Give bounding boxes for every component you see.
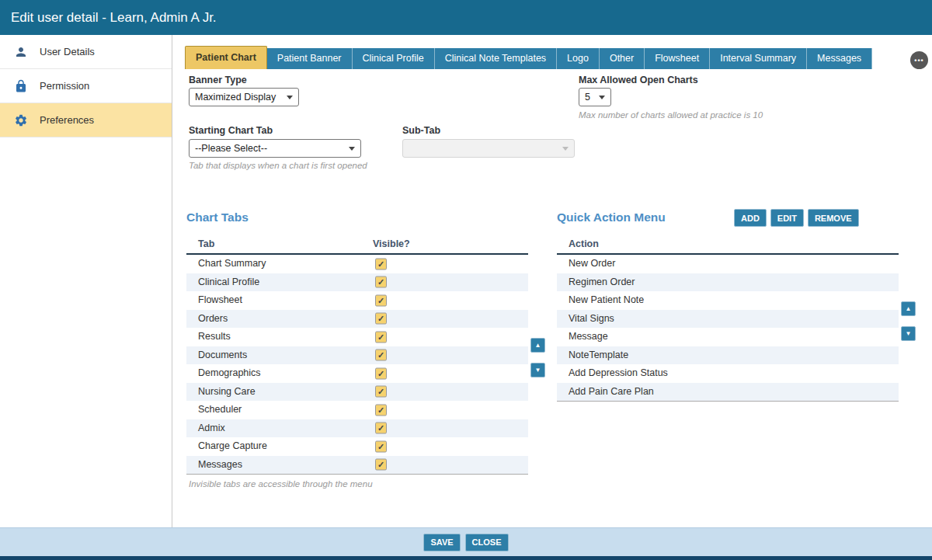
sub-tab-label: Sub-Tab [402, 125, 440, 136]
chart-tabs-rows: Chart Summary✓ Clinical Profile✓ Flowshe… [186, 255, 528, 475]
visible-checkbox[interactable]: ✓ [375, 277, 387, 288]
quick-action-rows: New Order Regimen Order New Patient Note… [557, 255, 899, 402]
add-button[interactable]: ADD [734, 209, 767, 227]
chevron-down-icon [599, 96, 605, 99]
quick-action-buttons: ADD EDIT REMOVE [734, 209, 859, 227]
table-row[interactable]: Results✓ [186, 328, 528, 346]
tab-patient-banner[interactable]: Patient Banner [267, 48, 353, 69]
table-row[interactable]: Add Depression Status [557, 364, 899, 383]
table-row[interactable]: Charge Capture✓ [186, 437, 528, 456]
table-row[interactable]: Clinical Profile✓ [186, 273, 528, 292]
table-row[interactable]: Message [557, 328, 899, 346]
visible-checkbox[interactable]: ✓ [375, 350, 387, 361]
chart-tab-name: Charge Capture [198, 437, 267, 456]
table-row[interactable]: Demographics✓ [186, 364, 528, 383]
arrow-up-icon: ▲ [535, 342, 541, 349]
starting-chart-tab-label: Starting Chart Tab [189, 125, 273, 136]
table-row[interactable]: Admix✓ [186, 419, 528, 438]
chart-tab-name: Messages [198, 456, 242, 475]
table-row[interactable]: Messages✓ [186, 456, 528, 475]
scroll-up-button[interactable]: ▲ [901, 301, 916, 316]
visible-checkbox[interactable]: ✓ [375, 440, 387, 452]
chevron-down-icon [562, 147, 569, 151]
tab-logo[interactable]: Logo [557, 48, 600, 69]
chart-tab-name: Nursing Care [198, 383, 256, 402]
close-button[interactable]: CLOSE [465, 534, 509, 551]
lock-icon [14, 79, 28, 93]
chart-tabs-table-header: Tab Visible? [186, 236, 528, 255]
tab-messages[interactable]: Messages [807, 48, 872, 69]
chart-tab-name: Results [198, 328, 231, 346]
tab-clinical-profile[interactable]: Clinical Profile [353, 48, 435, 69]
sidebar-item-label: User Details [40, 46, 95, 57]
visible-checkbox[interactable]: ✓ [375, 459, 387, 471]
max-open-charts-select[interactable]: 5 [579, 88, 611, 106]
action-name: Add Depression Status [569, 364, 668, 383]
sidebar-item-permission[interactable]: Permission [0, 69, 172, 103]
visible-checkbox[interactable]: ✓ [375, 367, 387, 379]
chart-tab-name: Documents [198, 346, 247, 365]
table-row[interactable]: NoteTemplate [557, 346, 899, 365]
table-row[interactable]: Documents✓ [186, 346, 528, 365]
action-name: Add Pain Care Plan [569, 383, 654, 402]
tab-flowsheet[interactable]: Flowsheet [645, 48, 710, 69]
remove-button[interactable]: REMOVE [808, 209, 859, 227]
visible-checkbox[interactable]: ✓ [375, 404, 387, 416]
check-icon: ✓ [377, 388, 384, 396]
visible-checkbox[interactable]: ✓ [375, 423, 387, 434]
scroll-up-button[interactable]: ▲ [530, 338, 545, 353]
sidebar-item-user-details[interactable]: User Details [0, 35, 172, 69]
table-row[interactable]: Regimen Order [557, 273, 899, 292]
tab-other[interactable]: Other [600, 48, 645, 69]
check-icon: ✓ [377, 259, 384, 268]
table-row[interactable]: Scheduler✓ [186, 401, 528, 419]
gear-icon [14, 113, 28, 127]
table-row[interactable]: Vital Signs [557, 310, 899, 329]
table-row[interactable]: Chart Summary✓ [186, 255, 528, 273]
sub-tab-select [402, 139, 575, 158]
column-header-visible: Visible? [373, 238, 410, 249]
banner-type-select[interactable]: Maximized Display [189, 88, 299, 106]
visible-checkbox[interactable]: ✓ [375, 386, 387, 398]
quick-action-title: Quick Action Menu [557, 210, 666, 224]
visible-checkbox[interactable]: ✓ [375, 258, 387, 270]
sidebar-item-preferences[interactable]: Preferences [0, 103, 172, 137]
table-row[interactable]: New Order [557, 255, 899, 273]
check-icon: ✓ [377, 405, 384, 414]
starting-chart-tab-select[interactable]: --Please Select-- [189, 139, 361, 158]
save-button[interactable]: SAVE [423, 534, 460, 551]
action-name: Vital Signs [569, 310, 614, 329]
table-row[interactable]: New Patient Note [557, 291, 899, 310]
arrow-down-icon: ▼ [906, 330, 912, 337]
visible-checkbox[interactable]: ✓ [375, 313, 387, 325]
user-icon [14, 45, 28, 59]
check-icon: ✓ [377, 296, 384, 304]
chart-tab-name: Clinical Profile [198, 273, 259, 292]
action-name: Message [569, 328, 608, 346]
bottom-border-strip [0, 556, 932, 560]
edit-button[interactable]: EDIT [770, 209, 804, 227]
table-row[interactable]: Orders✓ [186, 310, 528, 329]
action-name: New Order [569, 255, 615, 273]
arrow-up-icon: ▲ [906, 305, 912, 312]
table-row[interactable]: Add Pain Care Plan [557, 383, 899, 402]
check-icon: ✓ [377, 278, 384, 287]
tab-patient-chart[interactable]: Patient Chart [185, 46, 267, 69]
chart-tab-name: Chart Summary [198, 255, 266, 273]
scroll-down-button[interactable]: ▼ [530, 363, 545, 377]
table-row[interactable]: Nursing Care✓ [186, 383, 528, 402]
visible-checkbox[interactable]: ✓ [375, 294, 387, 306]
check-icon: ✓ [377, 369, 384, 377]
tab-overflow-button[interactable]: ••• [910, 51, 928, 69]
tab-interval-summary[interactable]: Interval Summary [710, 48, 807, 69]
table-row[interactable]: Flowsheet✓ [186, 291, 528, 310]
check-icon: ✓ [377, 315, 384, 323]
sidebar-item-label: Preferences [40, 114, 94, 126]
chart-tabs-table: Tab Visible? Chart Summary✓ Clinical Pro… [186, 236, 528, 475]
tab-clinical-note-templates[interactable]: Clinical Note Templates [435, 48, 557, 69]
visible-checkbox[interactable]: ✓ [375, 331, 387, 343]
starting-chart-tab-hint: Tab that displays when a chart is first … [189, 161, 367, 170]
scroll-down-button[interactable]: ▼ [901, 326, 916, 341]
chart-tab-name: Scheduler [198, 401, 242, 419]
arrow-down-icon: ▼ [535, 367, 541, 374]
